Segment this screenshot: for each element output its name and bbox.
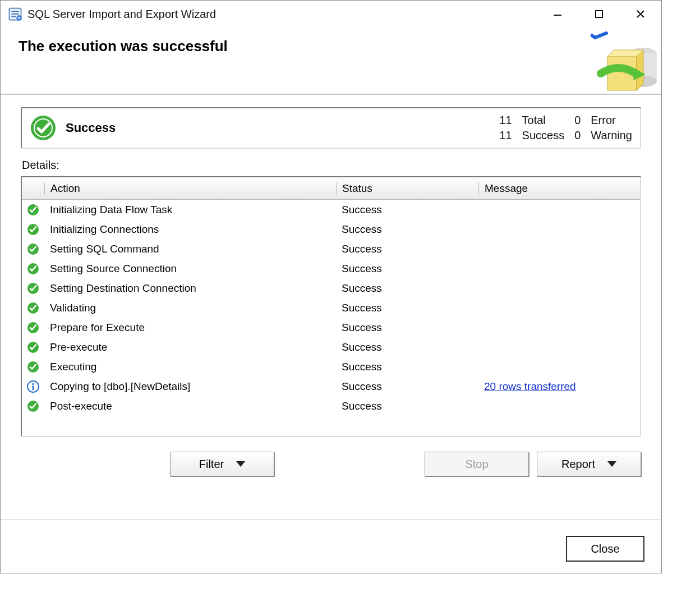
total-label: Total: [522, 114, 565, 127]
row-status: Success: [336, 263, 478, 275]
report-button-label: Report: [561, 458, 595, 471]
total-count: 11: [499, 114, 512, 127]
row-status: Success: [336, 204, 478, 216]
table-row[interactable]: ExecutingSuccess: [22, 357, 640, 376]
svg-rect-3: [596, 11, 602, 17]
check-icon: [27, 302, 39, 314]
filter-button-label: Filter: [199, 458, 224, 471]
column-header-message[interactable]: Message: [478, 182, 640, 195]
summary-counts: 11 Total 0 Error 11 Success 0 Warning: [499, 114, 632, 142]
check-icon: [27, 361, 39, 373]
success-label: Success: [522, 129, 565, 142]
table-row[interactable]: Prepare for ExecuteSuccess: [22, 318, 640, 337]
row-status: Success: [336, 322, 478, 334]
stop-button: Stop: [425, 452, 529, 476]
footer: Close: [1, 520, 661, 573]
table-row[interactable]: Initializing Data Flow TaskSuccess: [22, 200, 640, 219]
error-count: 0: [574, 114, 581, 127]
check-icon: [27, 341, 39, 353]
details-label: Details:: [22, 159, 641, 172]
action-button-row: Filter Stop Report: [21, 437, 641, 490]
row-action: Initializing Data Flow Task: [44, 204, 336, 216]
window-title: SQL Server Import and Export Wizard: [27, 8, 537, 21]
row-action: Validating: [44, 302, 336, 314]
filter-button[interactable]: Filter: [170, 452, 274, 476]
wizard-window: SQL Server Import and Export Wizard The …: [0, 0, 662, 573]
app-icon: [7, 6, 23, 22]
row-status: Success: [336, 302, 478, 314]
row-action: Pre-execute: [44, 341, 336, 353]
details-table-header: Action Status Message: [22, 177, 640, 200]
table-row[interactable]: Setting Destination ConnectionSuccess: [22, 278, 640, 298]
warning-label: Warning: [591, 129, 632, 142]
info-icon: [27, 380, 39, 393]
column-header-action[interactable]: Action: [44, 182, 336, 195]
chevron-down-icon: [236, 461, 245, 467]
svg-point-26: [32, 383, 34, 384]
check-icon: [27, 263, 39, 275]
row-action: Post-execute: [44, 400, 336, 412]
row-action: Executing: [44, 361, 336, 373]
check-icon: [27, 204, 39, 216]
check-icon: [27, 243, 39, 255]
chevron-down-icon: [607, 461, 616, 467]
close-button[interactable]: Close: [566, 536, 644, 562]
column-header-status[interactable]: Status: [336, 182, 478, 195]
close-window-button[interactable]: [620, 1, 661, 27]
row-status: Success: [336, 243, 478, 255]
table-row[interactable]: Initializing ConnectionsSuccess: [22, 219, 640, 239]
header-graphic: [591, 31, 658, 98]
svg-rect-27: [33, 385, 34, 390]
success-icon: [30, 114, 57, 141]
warning-count: 0: [574, 129, 581, 142]
row-message: 20 rows transferred: [478, 380, 640, 393]
page-title: The execution was successful: [19, 38, 228, 55]
maximize-button[interactable]: [578, 1, 620, 27]
row-status: Success: [336, 361, 478, 373]
summary-status-label: Success: [66, 121, 116, 135]
row-action: Setting SQL Command: [44, 243, 336, 255]
minimize-button[interactable]: [537, 1, 578, 27]
titlebar: SQL Server Import and Export Wizard: [1, 1, 661, 27]
table-row[interactable]: ValidatingSuccess: [22, 298, 640, 318]
table-row[interactable]: Setting Source ConnectionSuccess: [22, 259, 640, 278]
table-row[interactable]: Pre-executeSuccess: [22, 337, 640, 357]
row-action: Copying to [dbo].[NewDetails]: [44, 380, 336, 393]
check-icon: [27, 400, 39, 412]
row-status: Success: [336, 282, 478, 295]
success-count: 11: [499, 129, 512, 142]
row-status: Success: [336, 400, 478, 412]
close-button-label: Close: [591, 543, 619, 555]
table-row[interactable]: Post-executeSuccess: [22, 396, 640, 416]
message-link[interactable]: 20 rows transferred: [484, 380, 576, 392]
row-action: Setting Source Connection: [44, 263, 336, 275]
check-icon: [27, 282, 39, 295]
window-controls: [537, 1, 661, 27]
table-row[interactable]: Setting SQL CommandSuccess: [22, 239, 640, 259]
row-status: Success: [336, 223, 478, 236]
details-table: Action Status Message Initializing Data …: [21, 176, 641, 437]
summary-panel: Success 11 Total 0 Error 11 Success 0 Wa…: [21, 107, 641, 149]
row-action: Initializing Connections: [44, 223, 336, 236]
check-icon: [27, 322, 39, 334]
stop-button-label: Stop: [465, 458, 488, 471]
row-status: Success: [336, 380, 478, 393]
row-action: Setting Destination Connection: [44, 282, 336, 295]
row-action: Prepare for Execute: [44, 322, 336, 334]
error-label: Error: [591, 114, 632, 127]
table-row[interactable]: Copying to [dbo].[NewDetails]Success20 r…: [22, 376, 640, 396]
content-area: Success 11 Total 0 Error 11 Success 0 Wa…: [1, 95, 661, 520]
page-header: The execution was successful: [1, 27, 661, 95]
check-icon: [27, 223, 39, 236]
row-status: Success: [336, 341, 478, 353]
report-button[interactable]: Report: [537, 452, 641, 476]
